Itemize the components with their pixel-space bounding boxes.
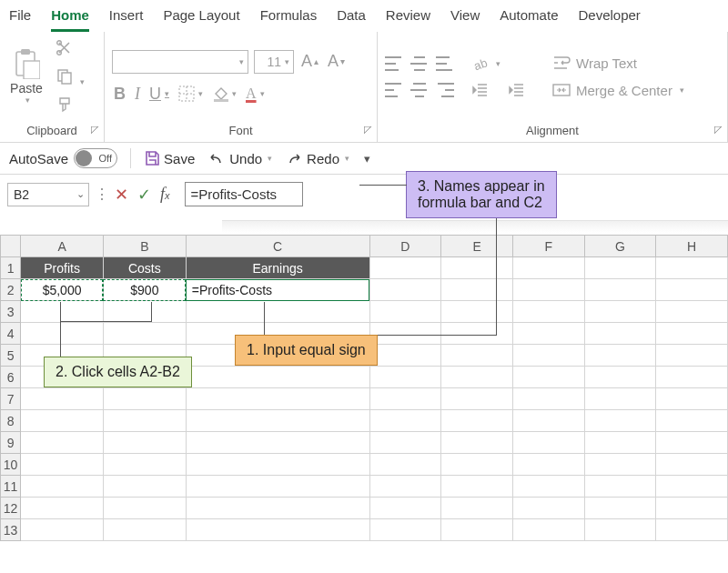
accept-formula-button[interactable]: ✓ [137,185,151,205]
cell[interactable] [103,476,186,498]
cell[interactable] [584,257,656,279]
col-header-C[interactable]: C [186,236,369,257]
borders-button[interactable]: ▾ [177,85,205,102]
dialog-launcher-icon[interactable]: ◸ [364,124,371,136]
cell[interactable] [103,410,186,432]
dialog-launcher-icon[interactable]: ◸ [714,124,722,136]
row-header-3[interactable]: 3 [1,301,21,323]
cell[interactable] [441,476,513,498]
cell[interactable] [584,279,656,301]
row-header-2[interactable]: 2 [1,279,21,301]
menu-insert[interactable]: Insert [109,7,144,32]
underline-button[interactable]: U▾ [147,85,171,104]
cell[interactable] [441,519,513,541]
row-header-9[interactable]: 9 [1,432,21,454]
cell[interactable] [186,476,369,498]
menu-formulas[interactable]: Formulas [260,7,318,32]
cell[interactable] [103,301,186,323]
cell[interactable] [441,367,513,388]
cell[interactable] [186,498,369,519]
italic-button[interactable]: I [133,85,142,104]
cell[interactable] [656,432,728,454]
cell[interactable] [584,432,656,454]
cell[interactable] [512,454,584,476]
col-header-H[interactable]: H [656,236,728,257]
cell[interactable] [441,323,513,345]
cell[interactable] [584,323,656,345]
cell[interactable] [512,432,584,454]
cell[interactable] [512,519,584,541]
cell[interactable] [21,454,104,476]
cell[interactable] [369,432,441,454]
cell[interactable] [369,367,441,388]
decrease-font-button[interactable]: A▾ [326,52,347,71]
row-header-11[interactable]: 11 [1,476,21,498]
cell[interactable] [21,388,104,410]
redo-button[interactable]: Redo ▾ [285,150,349,166]
cell[interactable] [186,388,369,410]
cell[interactable] [369,476,441,498]
cell[interactable] [103,454,186,476]
cell[interactable] [369,388,441,410]
cell[interactable] [512,323,584,345]
cell[interactable] [186,410,369,432]
cell[interactable] [369,257,441,279]
copy-button[interactable]: ▾ [56,68,85,87]
horizontal-align-buttons[interactable] [385,83,454,97]
cell[interactable] [512,345,584,367]
cell[interactable] [21,432,104,454]
cell[interactable] [369,345,441,367]
cell[interactable] [103,323,186,345]
cell[interactable] [584,345,656,367]
merge-center-button[interactable]: Merge & Center ▾ [552,82,684,98]
menu-review[interactable]: Review [386,7,430,32]
cell[interactable] [441,388,513,410]
vertical-align-buttons[interactable] [385,56,454,71]
orientation-button[interactable]: ab▾ [470,55,502,72]
cell-B1[interactable]: Costs [103,257,186,279]
decrease-indent-button[interactable] [470,83,490,97]
cell-C2[interactable]: =Profits-Costs [186,279,369,301]
cell[interactable] [369,323,441,345]
font-color-button[interactable]: A▾ [244,85,267,102]
cell[interactable] [441,498,513,519]
cancel-formula-button[interactable]: ✕ [115,185,128,205]
cell[interactable] [584,367,656,388]
cell[interactable] [512,388,584,410]
cell[interactable] [369,301,441,323]
cell[interactable] [512,367,584,388]
cell[interactable] [656,454,728,476]
row-header-12[interactable]: 12 [1,498,21,519]
cell[interactable] [512,410,584,432]
formula-input[interactable]: =Profits-Costs [185,182,303,206]
col-header-F[interactable]: F [512,236,584,257]
cell[interactable] [656,519,728,541]
col-header-D[interactable]: D [369,236,441,257]
cell[interactable] [103,432,186,454]
col-header-A[interactable]: A [21,236,104,257]
cell[interactable] [584,410,656,432]
cell[interactable] [512,476,584,498]
menu-view[interactable]: View [450,7,480,32]
cell[interactable] [186,454,369,476]
bold-button[interactable]: B [112,85,127,104]
save-button[interactable]: Save [144,150,195,166]
name-box[interactable]: B2 ⌄ [7,183,89,206]
cell[interactable] [656,345,728,367]
cell[interactable] [656,476,728,498]
cell[interactable] [656,410,728,432]
cell[interactable] [21,498,104,519]
cell[interactable] [186,519,369,541]
cell[interactable] [441,301,513,323]
cell[interactable] [441,345,513,367]
cell[interactable] [103,519,186,541]
row-header-1[interactable]: 1 [1,257,21,279]
cell[interactable] [512,498,584,519]
row-header-7[interactable]: 7 [1,388,21,410]
cell[interactable] [369,454,441,476]
cell[interactable] [21,323,104,345]
dialog-launcher-icon[interactable]: ◸ [91,124,98,136]
cell[interactable] [512,301,584,323]
cell-A1[interactable]: Profits [21,257,104,279]
select-all-corner[interactable] [1,236,21,257]
